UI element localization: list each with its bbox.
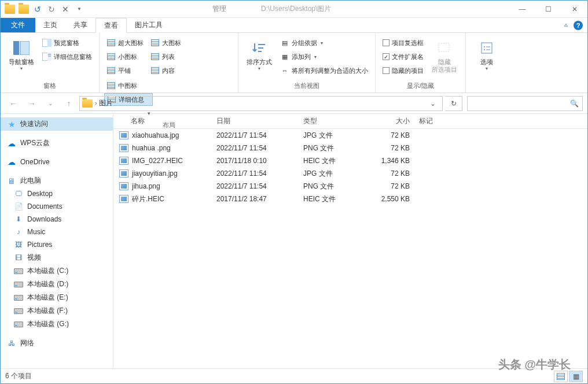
file-icon — [119, 169, 128, 178]
watermark: 头条 @牛学长 — [498, 357, 571, 372]
address-bar[interactable]: › 图片 ⌄ — [79, 96, 443, 111]
file-menu[interactable]: 文件 — [1, 18, 35, 32]
maximize-button[interactable]: ☐ — [535, 1, 561, 18]
preview-pane-button[interactable]: 预览窗格 — [40, 36, 94, 49]
view-tiles[interactable]: 平铺 — [104, 64, 146, 77]
view-small[interactable]: 小图标 — [104, 50, 146, 63]
item-checkboxes-toggle[interactable]: 项目复选框 — [380, 36, 426, 49]
refresh-button[interactable]: ↻ — [445, 96, 462, 111]
sidebar-item-drive-e[interactable]: 本地磁盘 (E:) — [1, 291, 113, 304]
chevron-right-icon[interactable]: › — [95, 100, 97, 106]
ribbon-group-panes: 导航窗格 ▾ 预览窗格 详细信息窗格 窗格 — [1, 33, 100, 93]
details-pane-button[interactable]: 详细信息窗格 — [40, 50, 94, 63]
options-button[interactable]: 选项 ▾ — [471, 36, 503, 73]
search-input[interactable]: 🔍 — [467, 96, 583, 111]
tab-picture-tools[interactable]: 图片工具 — [127, 18, 171, 32]
file-date: 2017/11/18 0:10 — [212, 157, 299, 165]
back-button[interactable]: ← — [5, 95, 21, 112]
column-type[interactable]: 类型 — [299, 116, 368, 126]
recent-dropdown[interactable]: ⌄ — [42, 95, 58, 112]
group-by-button[interactable]: ▤分组依据▾ — [278, 36, 370, 49]
file-type: HEIC 文件 — [299, 156, 368, 166]
file-icon — [119, 131, 128, 139]
minimize-button[interactable]: ― — [509, 1, 535, 18]
sidebar-item-this-pc[interactable]: 🖥此电脑 — [1, 174, 113, 187]
up-button[interactable]: ↑ — [61, 95, 77, 112]
ribbon-group-current-view: 排序方式 ▾ ▤分组依据▾ ▦添加列▾ ↔将所有列调整为合适的大小 当前视图 — [238, 33, 376, 93]
column-size[interactable]: 大小 — [368, 116, 414, 126]
sidebar-item-music[interactable]: ♪Music — [1, 226, 113, 238]
drive-icon — [14, 308, 23, 314]
delete-icon[interactable]: ✕ — [60, 3, 71, 15]
file-row[interactable]: 碎片.HEIC 2017/11/2 18:47 HEIC 文件 2,550 KB — [113, 193, 587, 205]
contextual-tab-manage[interactable]: 管理 — [201, 2, 238, 16]
sidebar-item-drive-d[interactable]: 本地磁盘 (D:) — [1, 278, 113, 291]
ribbon-collapse-icon[interactable]: ㅿ — [563, 21, 569, 29]
file-row[interactable]: xiaohuahua.jpg 2022/11/7 11:54 JPG 文件 72… — [113, 129, 587, 142]
close-button[interactable]: ✕ — [561, 1, 587, 18]
view-list[interactable]: 列表 — [148, 50, 185, 63]
add-columns-button[interactable]: ▦添加列▾ — [278, 50, 370, 63]
tab-home[interactable]: 主页 — [35, 18, 65, 32]
file-size: 1,346 KB — [368, 157, 414, 165]
address-dropdown-icon[interactable]: ⌄ — [426, 99, 440, 108]
sidebar-item-downloads[interactable]: ⬇Downloads — [1, 213, 113, 226]
file-icon — [119, 195, 128, 203]
downloads-icon: ⬇ — [13, 215, 24, 224]
file-row[interactable]: jihua.png 2022/11/7 11:54 PNG 文件 72 KB — [113, 180, 587, 193]
preview-pane-icon — [42, 38, 52, 47]
sidebar-item-quick-access[interactable]: ★快速访问 — [1, 117, 113, 131]
tab-share[interactable]: 共享 — [65, 18, 95, 32]
documents-icon: 📄 — [13, 202, 24, 211]
navigation-pane-button[interactable]: 导航窗格 ▾ — [5, 36, 38, 73]
file-name: jiayouyitian.jpg — [132, 169, 178, 178]
sidebar-item-video[interactable]: 🎞视频 — [1, 251, 113, 264]
sidebar-item-drive-g[interactable]: 本地磁盘 (G:) — [1, 317, 113, 331]
column-date[interactable]: 日期 — [212, 116, 299, 126]
sidebar-item-drive-c[interactable]: 本地磁盘 (C:) — [1, 264, 113, 278]
sidebar-item-drive-f[interactable]: 本地磁盘 (F:) — [1, 304, 113, 317]
forward-button[interactable]: → — [24, 95, 40, 112]
sidebar-item-pictures[interactable]: 🖼Pictures — [1, 238, 113, 251]
add-col-icon: ▦ — [280, 52, 289, 61]
sort-by-button[interactable]: 排序方式 ▾ — [243, 36, 275, 73]
network-icon: 🖧 — [6, 339, 17, 348]
nav-pane-icon — [12, 39, 31, 57]
file-row[interactable]: IMG_0227.HEIC 2017/11/18 0:10 HEIC 文件 1,… — [113, 154, 587, 167]
view-content[interactable]: 内容 — [148, 64, 185, 77]
view-medium[interactable]: 中图标 — [104, 79, 153, 92]
breadcrumb-segment[interactable]: 图片 — [99, 98, 113, 108]
view-large[interactable]: 大图标 — [148, 36, 185, 49]
ribbon: 导航窗格 ▾ 预览窗格 详细信息窗格 窗格 超大图标 小图标 平铺 大图标 列表… — [1, 33, 587, 93]
file-extensions-toggle[interactable]: 文件扩展名 — [380, 50, 426, 63]
fit-columns-button[interactable]: ↔将所有列调整为合适的大小 — [278, 64, 370, 77]
main-content: ★快速访问 ☁WPS云盘 ☁OneDrive 🖥此电脑 🖵Desktop 📄Do… — [1, 114, 587, 368]
folder-select-icon[interactable] — [18, 3, 30, 15]
hide-selected-button[interactable]: 隐藏所选项目 — [428, 36, 461, 76]
help-icon[interactable]: ? — [574, 21, 583, 30]
column-tag[interactable]: 标记 — [414, 116, 461, 126]
file-row[interactable]: jiayouyitian.jpg 2022/11/7 11:54 JPG 文件 … — [113, 167, 587, 180]
desktop-icon: 🖵 — [13, 189, 24, 198]
view-large-toggle[interactable]: ▦ — [569, 371, 583, 382]
redo-icon[interactable]: ↻ — [46, 3, 57, 15]
file-row[interactable]: huahua .png 2022/11/7 11:54 PNG 文件 72 KB — [113, 142, 587, 154]
sidebar-item-network[interactable]: 🖧网络 — [1, 337, 113, 350]
sidebar-item-onedrive[interactable]: ☁OneDrive — [1, 156, 113, 168]
file-size: 72 KB — [368, 144, 414, 152]
view-extra-large[interactable]: 超大图标 — [104, 36, 146, 49]
qat-dropdown-icon[interactable]: ▼ — [74, 3, 85, 15]
column-headers: 名称 日期 类型 大小 标记 — [113, 114, 587, 129]
drive-icon — [14, 268, 23, 274]
hidden-items-toggle[interactable]: 隐藏的项目 — [380, 64, 426, 77]
sidebar-item-documents[interactable]: 📄Documents — [1, 200, 113, 213]
tab-view[interactable]: 查看 — [95, 18, 127, 33]
menubar: 文件 主页 共享 查看 图片工具 ㅿ ? — [1, 18, 587, 33]
file-icon — [119, 144, 128, 152]
undo-icon[interactable]: ↺ — [32, 3, 43, 15]
sidebar-item-wps[interactable]: ☁WPS云盘 — [1, 136, 113, 150]
file-size: 2,550 KB — [368, 195, 414, 203]
svg-rect-5 — [47, 53, 52, 61]
sidebar-item-desktop[interactable]: 🖵Desktop — [1, 187, 113, 200]
column-name[interactable]: 名称 — [113, 116, 212, 126]
